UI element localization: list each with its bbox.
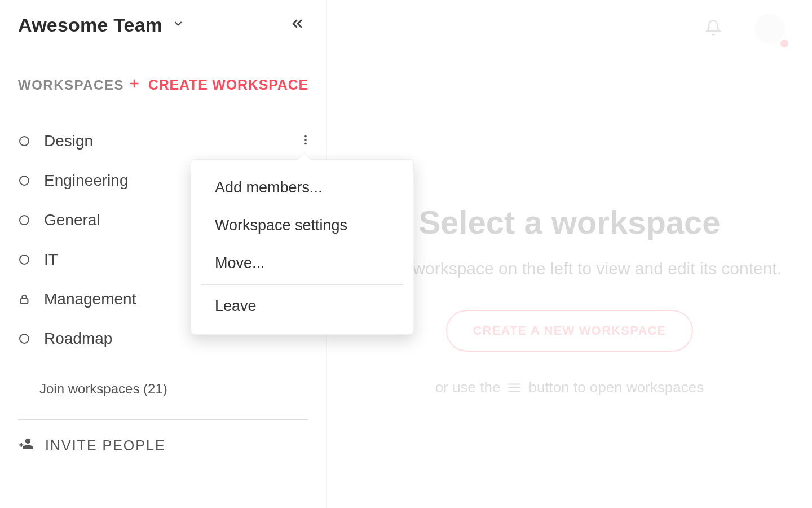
menu-item-add-members[interactable]: Add members...: [191, 169, 413, 207]
chevron-down-icon: [173, 18, 184, 32]
circle-icon: [18, 135, 30, 147]
menu-item-workspace-settings[interactable]: Workspace settings: [191, 207, 413, 244]
sidebar-header: Awesome Team: [0, 12, 326, 37]
invite-label: INVITE PEOPLE: [45, 437, 166, 454]
svg-point-3: [304, 139, 307, 141]
collapse-sidebar-button[interactable]: [286, 12, 308, 37]
circle-icon: [18, 253, 30, 266]
svg-point-4: [304, 143, 307, 145]
circle-icon: [18, 332, 30, 345]
workspaces-label: WORKSPACES: [18, 77, 124, 93]
sidebar: Awesome Team WORKSPACES CREATE WORKSPACE: [0, 0, 327, 508]
team-switcher[interactable]: Awesome Team: [18, 14, 184, 36]
sidebar-item-label: Design: [44, 132, 283, 150]
sidebar-item-design[interactable]: Design: [18, 121, 315, 161]
invite-people-button[interactable]: INVITE PEOPLE: [18, 436, 308, 455]
svg-point-2: [304, 135, 307, 138]
workspaces-section-header: WORKSPACES CREATE WORKSPACE: [0, 77, 326, 93]
person-add-icon: [18, 436, 34, 455]
plus-icon: [128, 77, 140, 93]
divider: [18, 419, 308, 420]
create-workspace-label: CREATE WORKSPACE: [148, 77, 308, 93]
team-name: Awesome Team: [18, 14, 162, 36]
more-options-button[interactable]: [296, 129, 315, 154]
circle-icon: [18, 214, 30, 226]
circle-icon: [18, 174, 30, 187]
lock-icon: [18, 293, 30, 305]
menu-item-leave[interactable]: Leave: [191, 287, 413, 325]
create-workspace-button[interactable]: CREATE WORKSPACE: [128, 77, 308, 93]
join-workspaces-link[interactable]: Join workspaces (21): [0, 381, 326, 397]
workspace-context-menu: Add members... Workspace settings Move..…: [191, 159, 414, 335]
app-root: Awesome Team WORKSPACES CREATE WORKSPACE: [0, 0, 812, 508]
svg-rect-5: [21, 299, 28, 303]
menu-item-move[interactable]: Move...: [191, 244, 413, 282]
menu-separator: [201, 284, 403, 285]
